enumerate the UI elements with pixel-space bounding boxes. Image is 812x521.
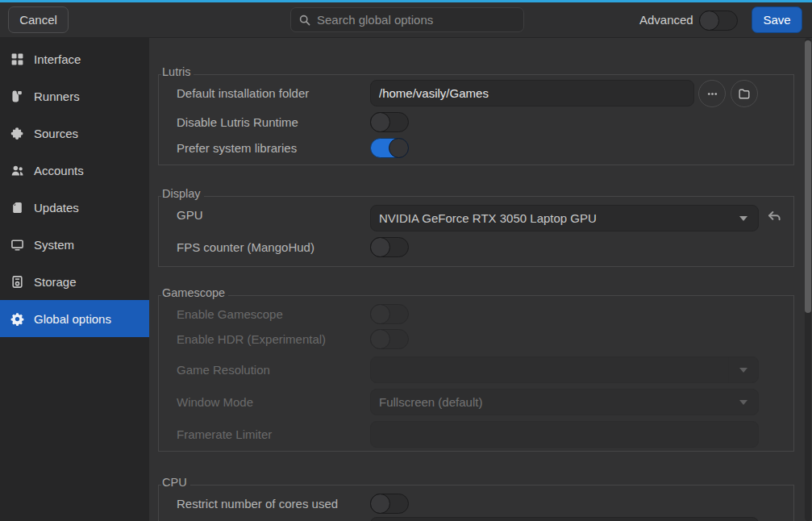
toggle-knob (370, 494, 390, 514)
window-mode-select: Fullscreen (default) (370, 389, 759, 415)
advanced-label: Advanced (639, 13, 693, 27)
fps-counter-toggle[interactable] (370, 237, 409, 257)
toggle-knob (370, 304, 390, 324)
install-folder-browse-button[interactable] (731, 80, 758, 107)
sidebar-item-storage[interactable]: Storage (0, 263, 149, 300)
section-gamescope-legend: Gamescope (161, 286, 228, 299)
gpu-select-value: NVIDIA GeForce RTX 3050 Laptop GPU (379, 211, 597, 225)
toggle-knob (370, 237, 390, 257)
sidebar-item-label: Runners (34, 90, 80, 103)
framerate-limiter-input (370, 421, 759, 448)
package-icon (10, 201, 24, 215)
prefer-system-libs-toggle[interactable] (370, 138, 409, 158)
sidebar-item-interface[interactable]: Interface (0, 40, 149, 77)
sidebar-item-system[interactable]: System (0, 226, 149, 263)
game-resolution-combo (370, 356, 759, 383)
section-display: Display GPU NVIDIA GeForce RTX 3050 Lapt… (158, 196, 794, 267)
install-folder-more-button[interactable] (698, 80, 726, 107)
sidebar-item-label: Updates (34, 201, 79, 215)
restrict-cores-toggle[interactable] (370, 494, 409, 514)
enable-hdr-label: Enable HDR (Experimental) (177, 329, 326, 350)
sidebar-item-sources[interactable]: Sources (0, 115, 149, 152)
enable-hdr-toggle (370, 329, 409, 349)
sidebar-item-label: Global options (34, 312, 111, 326)
sidebar-item-runners[interactable]: Runners (0, 77, 149, 115)
enable-gamescope-toggle (370, 304, 409, 324)
section-gamescope: Gamescope Enable Gamescope Enable HDR (E… (158, 295, 794, 452)
prefer-system-libs-label: Prefer system libraries (177, 138, 297, 159)
sidebar-item-label: Interface (34, 52, 81, 66)
sidebar-item-global-options[interactable]: Global options (0, 300, 149, 337)
cpu-partial-input[interactable] (370, 517, 759, 521)
chevron-down-icon (739, 368, 747, 373)
section-lutris: Lutris Default installation folder Disab… (158, 74, 794, 165)
search-box[interactable] (290, 7, 524, 32)
sidebar-item-accounts[interactable]: Accounts (0, 152, 149, 189)
install-folder-input[interactable] (370, 80, 694, 106)
gpu-label: GPU (177, 205, 203, 226)
scrollbar-thumb[interactable] (805, 40, 811, 313)
undo-icon (765, 208, 783, 226)
ellipsis-icon (706, 87, 719, 101)
cancel-button[interactable]: Cancel (8, 6, 69, 33)
fps-counter-label: FPS counter (MangoHud) (177, 237, 314, 258)
global-options-panel: Lutris Default installation folder Disab… (149, 38, 812, 521)
combo-separator (728, 357, 729, 382)
sidebar-item-label: Accounts (34, 164, 84, 177)
toggle-knob (389, 138, 409, 158)
window-mode-label: Window Mode (177, 389, 253, 415)
search-input[interactable] (317, 13, 516, 27)
section-lutris-legend: Lutris (161, 65, 194, 78)
chevron-down-icon (739, 216, 747, 221)
people-icon (10, 164, 24, 177)
grid-icon (10, 52, 24, 66)
sidebar: Interface Runners Sources Accounts Updat… (0, 38, 149, 521)
sidebar-item-label: System (34, 238, 74, 252)
disable-runtime-label: Disable Lutris Runtime (177, 112, 298, 133)
game-resolution-label: Game Resolution (177, 356, 270, 383)
runners-icon (10, 90, 24, 103)
section-cpu: CPU Restrict number of cores used (158, 485, 794, 521)
advanced-toggle-knob (699, 10, 719, 31)
gpu-reset-button[interactable] (765, 208, 783, 228)
section-cpu-legend: CPU (161, 476, 190, 489)
enable-gamescope-label: Enable Gamescope (177, 304, 283, 325)
install-folder-label: Default installation folder (177, 83, 309, 104)
header-bar: Cancel Advanced Save (0, 2, 812, 38)
sidebar-item-label: Storage (34, 275, 77, 289)
chevron-down-icon (739, 400, 747, 405)
gear-icon (10, 312, 24, 326)
section-display-legend: Display (161, 187, 204, 200)
toggle-knob (370, 329, 390, 349)
drive-icon (10, 275, 24, 289)
folder-icon (738, 87, 752, 101)
search-icon (298, 14, 311, 27)
restrict-cores-label: Restrict number of cores used (177, 494, 338, 515)
sidebar-item-label: Sources (34, 127, 78, 140)
window-top-accent (0, 0, 812, 2)
disable-runtime-toggle[interactable] (370, 112, 409, 132)
framerate-limiter-label: Framerate Limiter (177, 421, 272, 448)
advanced-toggle[interactable] (699, 10, 738, 31)
monitor-icon (10, 238, 24, 252)
sidebar-item-updates[interactable]: Updates (0, 189, 149, 226)
gpu-select[interactable]: NVIDIA GeForce RTX 3050 Laptop GPU (370, 205, 759, 231)
puzzle-icon (10, 127, 24, 140)
window-mode-value: Fullscreen (default) (379, 395, 482, 409)
toggle-knob (370, 112, 390, 132)
save-button[interactable]: Save (752, 6, 802, 33)
